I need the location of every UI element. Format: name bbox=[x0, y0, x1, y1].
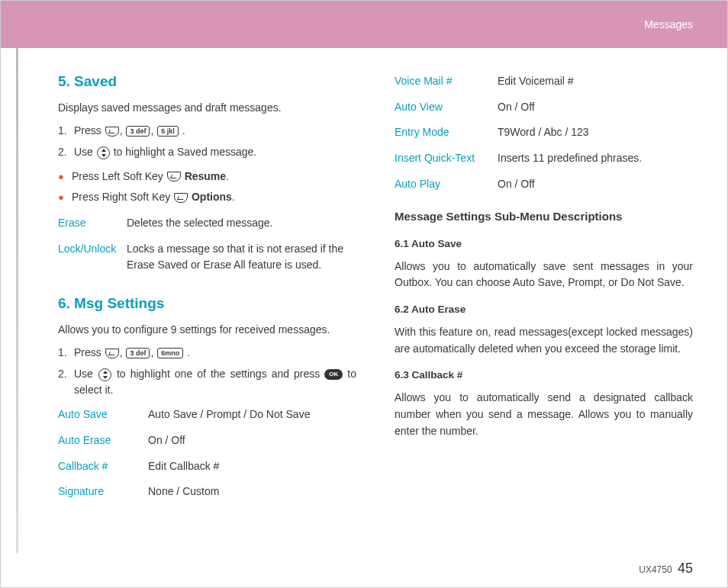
settings-cont-table: Voice Mail # Edit Voicemail # Auto View … bbox=[395, 73, 693, 192]
signature-key: Signature bbox=[58, 484, 148, 500]
erase-key: Erase bbox=[58, 215, 127, 232]
left-column: 5. Saved Displays saved messages and dra… bbox=[58, 67, 356, 506]
list-item: Press Right Soft Key Options. bbox=[58, 189, 356, 206]
list-item: 1. Press , 3 def, 6mno . bbox=[58, 345, 356, 361]
key-6-icon: 6mno bbox=[157, 348, 183, 358]
desc-61-head: 6.1 Auto Save bbox=[395, 236, 693, 252]
left-softkey-icon bbox=[105, 127, 119, 137]
lock-val: Locks a message so that it is not erased… bbox=[127, 241, 356, 274]
key-3-icon: 3 def bbox=[126, 348, 150, 358]
nav-circle-icon bbox=[98, 368, 111, 381]
autosave-val: Auto Save / Prompt / Do Not Save bbox=[148, 406, 356, 423]
entrymode-key: Entry Mode bbox=[395, 124, 498, 141]
section-6-steps: 1. Press , 3 def, 6mno . 2. Use to highl… bbox=[58, 345, 356, 399]
autosave-key: Auto Save bbox=[58, 406, 148, 423]
quicktext-key: Insert Quick-Text bbox=[395, 150, 498, 167]
erase-val: Deletes the selected message. bbox=[127, 215, 356, 232]
section-5-title: 5. Saved bbox=[58, 70, 356, 92]
ok-button-icon: OK bbox=[324, 369, 343, 380]
section-5-options-table: Erase Deletes the selected message. Lock… bbox=[58, 215, 356, 274]
section-label: Messages bbox=[644, 18, 693, 31]
key-5-icon: 5 jkl bbox=[157, 126, 179, 137]
quicktext-val: Inserts 11 predefined phrases. bbox=[498, 150, 693, 167]
left-softkey-icon bbox=[167, 172, 181, 182]
section-5-steps: 1. Press , 3 def, 5 jkl . 2. Use to high… bbox=[58, 123, 356, 160]
desc-62-head: 6.2 Auto Erase bbox=[395, 302, 693, 318]
options-label: Options bbox=[192, 191, 232, 203]
lock-key: Lock/Unlock bbox=[58, 241, 127, 274]
desc-63-body: Allows you to automatically send a desig… bbox=[395, 390, 693, 439]
list-item: 2. Use to highlight a Saved message. bbox=[58, 144, 356, 161]
autoview-key: Auto View bbox=[395, 99, 498, 116]
section-5-bullets: Press Left Soft Key Resume. Press Right … bbox=[58, 169, 356, 206]
voicemail-val: Edit Voicemail # bbox=[498, 73, 693, 90]
nav-circle-icon bbox=[97, 146, 110, 159]
callback-val: Edit Callback # bbox=[148, 458, 356, 475]
autoplay-key: Auto Play bbox=[395, 176, 498, 193]
autoerase-key: Auto Erase bbox=[58, 432, 148, 449]
voicemail-key: Voice Mail # bbox=[395, 73, 498, 90]
section-5-intro: Displays saved messages and draft messag… bbox=[58, 100, 356, 117]
list-item: 2. Use to highlight one of the settings … bbox=[58, 366, 356, 399]
manual-page: Messages 5. Saved Displays saved message… bbox=[0, 0, 728, 588]
section-6-title: 6. Msg Settings bbox=[58, 292, 356, 314]
right-column: Voice Mail # Edit Voicemail # Auto View … bbox=[395, 67, 693, 506]
content-columns: 5. Saved Displays saved messages and dra… bbox=[1, 48, 727, 506]
autoview-val: On / Off bbox=[498, 99, 693, 116]
page-footer: UX4750 45 bbox=[639, 561, 693, 577]
callback-key: Callback # bbox=[58, 458, 148, 475]
desc-63-head: 6.3 Callback # bbox=[395, 368, 693, 384]
header-bar: Messages bbox=[1, 1, 727, 48]
list-item: 1. Press , 3 def, 5 jkl . bbox=[58, 123, 356, 140]
autoerase-val: On / Off bbox=[148, 432, 356, 449]
resume-label: Resume bbox=[185, 170, 226, 182]
desc-61-body: Allows you to automatically save sent me… bbox=[395, 259, 693, 291]
right-softkey-icon bbox=[174, 193, 188, 203]
model-number: UX4750 bbox=[639, 564, 672, 575]
page-number: 45 bbox=[678, 561, 693, 576]
list-item: Press Left Soft Key Resume. bbox=[58, 169, 356, 185]
section-6-intro: Allows you to configure 9 settings for r… bbox=[58, 322, 356, 339]
autoplay-val: On / Off bbox=[498, 176, 693, 193]
left-softkey-icon bbox=[105, 349, 119, 358]
signature-val: None / Custom bbox=[148, 484, 356, 500]
vertical-rule bbox=[16, 48, 18, 553]
key-3-icon: 3 def bbox=[126, 126, 150, 137]
section-6-settings-table: Auto Save Auto Save / Prompt / Do Not Sa… bbox=[58, 406, 356, 500]
desc-62-body: With this feature on, read messages(exce… bbox=[395, 324, 693, 357]
subsection-heading: Message Settings Sub-Menu Descriptions bbox=[395, 207, 693, 225]
entrymode-val: T9Word / Abc / 123 bbox=[498, 124, 693, 141]
